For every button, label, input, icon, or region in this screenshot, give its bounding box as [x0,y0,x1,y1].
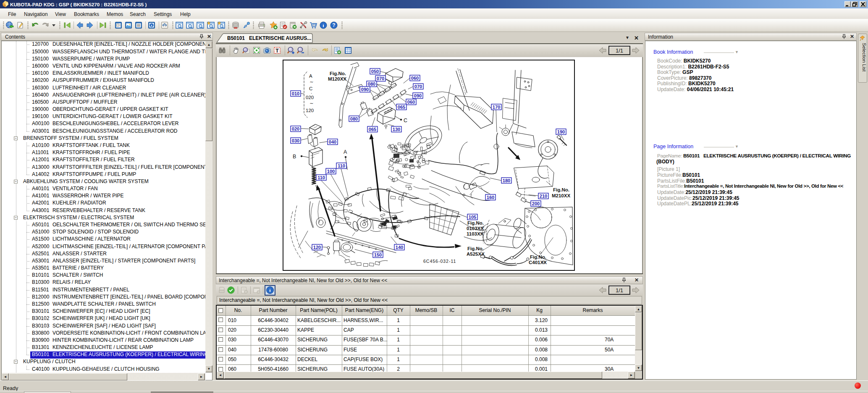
svg-text:130: 130 [393,127,400,132]
svg-text:150: 150 [374,252,382,257]
svg-text:040: 040 [329,139,336,144]
svg-text:C401XX: C401XX [529,260,547,265]
svg-text:080: 080 [350,116,358,121]
svg-text:065: 065 [369,127,376,132]
svg-text:?: ? [332,22,335,28]
svg-text:060: 060 [411,76,419,81]
svg-text:210: 210 [540,194,547,199]
svg-text:A: A [344,149,347,155]
svg-text:0103XX: 0103XX [467,226,484,231]
svg-text:1103XX: 1103XX [467,231,484,236]
svg-text:200: 200 [532,201,540,206]
svg-text:∼: ∼ [309,101,314,106]
svg-text:170: 170 [493,105,500,110]
svg-text:M210XX: M210XX [552,193,570,198]
svg-text:020: 020 [306,95,314,100]
svg-text:090: 090 [361,87,369,92]
svg-text:070: 070 [414,84,422,89]
svg-text:105: 105 [469,215,476,220]
svg-text:Fig.No.: Fig.No. [330,71,346,76]
svg-text:C: C [404,118,407,123]
svg-text:M120XX: M120XX [328,76,346,81]
svg-text:180: 180 [503,178,510,183]
svg-text:A525XX: A525XX [467,252,485,257]
svg-text:060: 060 [407,100,415,105]
svg-text:120: 120 [306,108,314,113]
svg-text:160: 160 [487,195,494,200]
svg-text:Fig.No.: Fig.No. [467,246,484,251]
svg-text:010: 010 [292,91,299,96]
svg-text:A: A [309,73,312,79]
svg-text:B: B [293,154,296,160]
svg-text:T: T [275,47,279,54]
svg-text:140: 140 [396,245,403,250]
svg-text:080: 080 [368,81,375,86]
svg-text:020: 020 [292,126,299,131]
svg-text:190: 190 [557,129,565,134]
svg-text:Fig.No.: Fig.No. [467,220,484,225]
svg-text:110: 110 [317,175,325,180]
svg-text:Fig.No.: Fig.No. [530,254,546,259]
svg-text:∼: ∼ [309,79,314,84]
svg-text:050: 050 [371,69,379,74]
svg-text:120: 120 [313,245,321,250]
svg-text:Fig.No.: Fig.No. [553,187,569,192]
svg-text:100: 100 [327,169,335,174]
svg-text:6C456-032-11: 6C456-032-11 [423,259,456,264]
svg-text:090: 090 [414,93,422,98]
svg-text:110: 110 [338,163,345,168]
svg-text:.: . [311,89,312,94]
svg-text:030: 030 [292,138,299,143]
svg-text:065: 065 [398,105,405,110]
svg-text:070: 070 [377,76,384,81]
